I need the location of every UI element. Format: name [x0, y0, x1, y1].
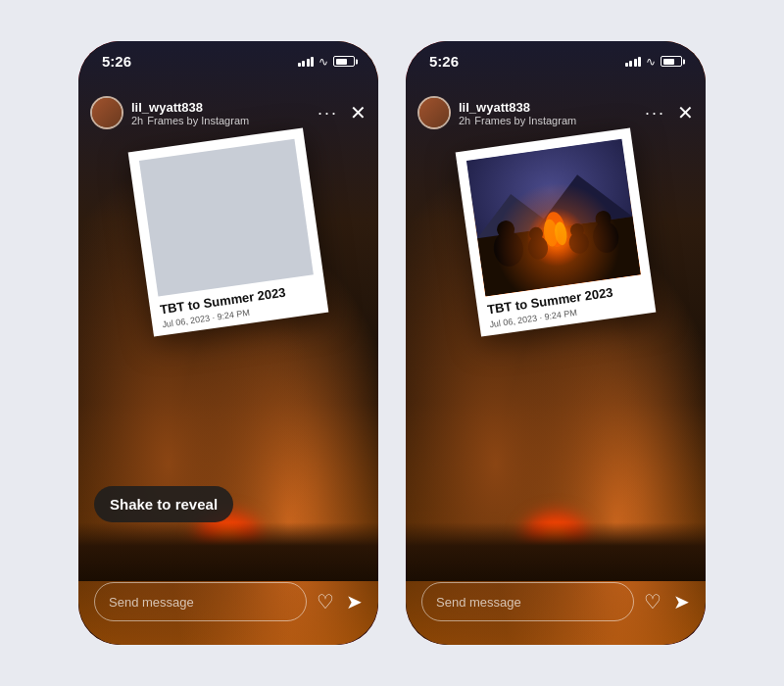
status-time-left: 5:26 [102, 53, 131, 70]
polaroid-right: TBT to Summer 2023 Jul 06, 2023 · 9:24 P… [456, 127, 657, 336]
message-placeholder-right: Send message [436, 595, 521, 610]
phone-left: 5:26 ∿ [76, 39, 380, 647]
heart-icon-right[interactable]: ♡ [644, 590, 662, 613]
svg-marker-2 [529, 168, 633, 229]
status-icons-right: ∿ [625, 55, 683, 69]
phones-container: 5:26 ∿ [76, 39, 708, 647]
message-input-left[interactable]: Send message [94, 582, 307, 621]
more-button-left[interactable]: ··· [318, 103, 338, 123]
bottom-bar-left: Send message ♡ ➤ [78, 572, 378, 645]
username-left: lil_wyatt838 [131, 100, 249, 115]
signal-icon-right [625, 57, 642, 67]
status-icons-left: ∿ [298, 55, 356, 69]
svg-rect-0 [466, 139, 641, 297]
story-header-right: lil_wyatt838 2h Frames by Instagram ··· … [406, 76, 706, 137]
frames-label-right: Frames by Instagram [474, 115, 576, 126]
heart-icon-left[interactable]: ♡ [317, 590, 334, 613]
time-ago-right: 2h [459, 115, 470, 126]
status-bar-left: 5:26 ∿ [78, 41, 378, 74]
story-header-left: lil_wyatt838 2h Frames by Instagram ··· … [78, 76, 378, 137]
action-icons-right: ♡ ➤ [644, 590, 690, 613]
svg-point-12 [526, 234, 549, 261]
avatar-right [417, 96, 451, 129]
action-icons-left: ♡ ➤ [317, 590, 363, 613]
svg-point-5 [543, 211, 567, 248]
svg-point-7 [554, 221, 568, 246]
share-icon-right[interactable]: ➤ [673, 590, 690, 613]
story-meta-right: 2h Frames by Instagram [459, 115, 576, 126]
svg-point-10 [591, 220, 620, 254]
svg-point-4 [523, 204, 590, 270]
username-right: lil_wyatt838 [459, 100, 576, 115]
svg-point-13 [528, 226, 544, 242]
close-button-left[interactable]: ✕ [350, 101, 367, 124]
story-meta-left: 2h Frames by Instagram [131, 115, 249, 126]
message-input-right[interactable]: Send message [421, 582, 634, 621]
close-button-right[interactable]: ✕ [677, 101, 694, 124]
svg-marker-1 [472, 188, 556, 238]
time-ago-left: 2h [131, 115, 143, 126]
wifi-icon-left: ∿ [318, 55, 328, 69]
svg-point-11 [595, 210, 612, 227]
svg-point-9 [496, 220, 515, 239]
avatar-left [90, 96, 123, 129]
frames-label-left: Frames by Instagram [147, 115, 249, 126]
status-time-right: 5:26 [429, 53, 459, 70]
polaroid-photo-right [466, 139, 641, 297]
svg-point-15 [569, 222, 585, 238]
phone-right: 5:26 ∿ [404, 39, 708, 647]
message-placeholder-left: Send message [109, 595, 194, 610]
bottom-bar-right: Send message ♡ ➤ [406, 572, 706, 645]
more-button-right[interactable]: ··· [645, 103, 665, 123]
share-icon-left[interactable]: ➤ [346, 590, 363, 613]
battery-icon-left [333, 56, 355, 67]
battery-icon-right [661, 56, 682, 67]
status-bar-right: 5:26 ∿ [406, 41, 706, 74]
svg-point-8 [492, 229, 526, 269]
polaroid-left: TBT to Summer 2023 Jul 06, 2023 · 9:24 P… [128, 127, 329, 336]
svg-point-14 [567, 231, 590, 256]
svg-point-6 [542, 219, 560, 248]
polaroid-photo-left [139, 139, 314, 297]
wifi-icon-right: ∿ [646, 55, 656, 69]
signal-icon-left [298, 57, 315, 67]
shake-badge: Shake to reveal [94, 486, 233, 522]
